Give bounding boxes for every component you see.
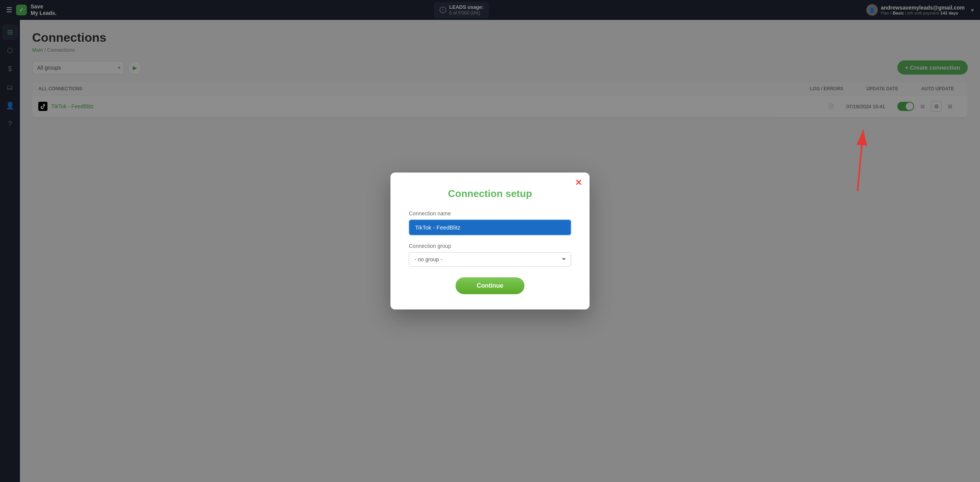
connection-setup-modal: ✕ Connection setup Connection name Conne… [390,173,590,309]
connection-group-select[interactable]: - no group - [409,252,571,267]
modal-title: Connection setup [409,188,571,200]
connection-name-label: Connection name [409,210,571,217]
connection-group-group: Connection group - no group - [409,243,571,267]
connection-group-wrapper: - no group - [409,252,571,267]
connection-name-group: Connection name [409,210,571,235]
red-arrow [827,122,873,200]
svg-line-1 [858,130,863,191]
connection-name-input[interactable] [409,220,571,235]
continue-button[interactable]: Continue [456,277,524,294]
modal-close-button[interactable]: ✕ [575,179,582,187]
connection-group-label: Connection group [409,243,571,249]
modal-overlay: ✕ Connection setup Connection name Conne… [0,0,980,482]
